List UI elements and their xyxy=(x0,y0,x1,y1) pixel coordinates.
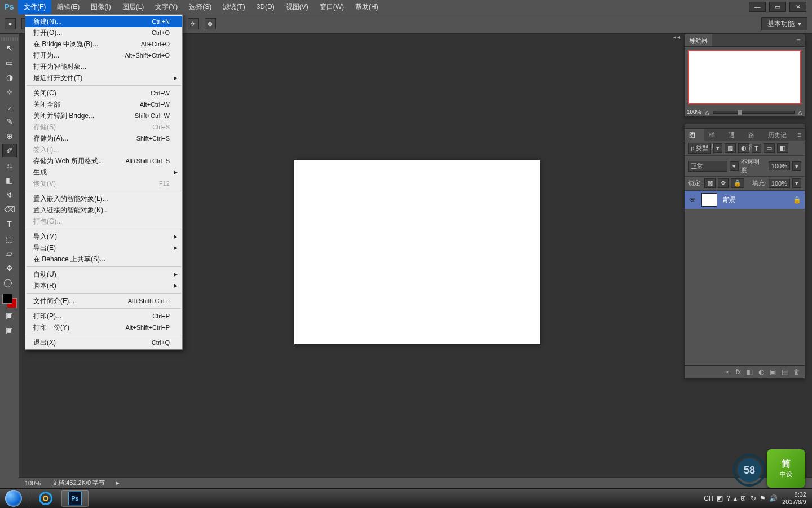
airbrush-icon[interactable]: ✈ xyxy=(188,18,199,29)
menu-滤镜(T)[interactable]: 滤镜(T) xyxy=(217,0,250,14)
file-menu-打印一份(Y)[interactable]: 打印一份(Y)Alt+Shift+Ctrl+P xyxy=(25,322,182,333)
tray-ime-label[interactable]: CH xyxy=(704,494,713,502)
visibility-eye-icon[interactable]: 👁 xyxy=(688,195,697,204)
foreground-color-swatch[interactable] xyxy=(2,294,12,304)
file-menu-存储为 Web 所用格式...[interactable]: 存储为 Web 所用格式...Alt+Shift+Ctrl+S xyxy=(25,155,182,167)
tab-样式[interactable]: 样式 xyxy=(704,129,724,141)
taskbar-app-photoshop[interactable]: Ps xyxy=(61,490,89,507)
file-menu-打开为...[interactable]: 打开为...Alt+Shift+Ctrl+O xyxy=(25,50,182,61)
tool-14[interactable]: ▱ xyxy=(2,247,17,260)
file-menu-导出(E)[interactable]: 导出(E)▶ xyxy=(25,242,182,253)
tool-15[interactable]: ✥ xyxy=(2,261,17,275)
filter-type-icon[interactable]: T xyxy=(752,144,761,153)
tab-navigator[interactable]: 导航器 xyxy=(685,34,712,46)
doc-size-readout[interactable]: 文档:452.2K/0 字节 xyxy=(52,479,105,487)
tab-路径[interactable]: 路径 xyxy=(744,129,764,141)
document-canvas[interactable] xyxy=(294,160,540,344)
menu-文件(F)[interactable]: 文件(F) xyxy=(18,0,51,14)
tool-13[interactable]: ⬚ xyxy=(2,232,17,246)
tray-chevron-up-icon[interactable]: ▴ xyxy=(734,494,737,502)
tool-1[interactable]: ▭ xyxy=(2,56,17,69)
delete-layer-icon[interactable]: 🗑 xyxy=(793,368,800,376)
layer-opacity-value[interactable]: 100% xyxy=(769,161,790,170)
menu-窗口(W)[interactable]: 窗口(W) xyxy=(314,0,350,14)
panel-menu-icon[interactable]: ≡ xyxy=(792,34,805,46)
file-menu-脚本(R)[interactable]: 脚本(R)▶ xyxy=(25,280,182,291)
menu-选择(S)[interactable]: 选择(S) xyxy=(183,0,217,14)
toolbar-grip[interactable] xyxy=(1,37,18,41)
window-close-button[interactable]: ✕ xyxy=(789,2,806,12)
adjustment-layer-icon[interactable]: ◐ xyxy=(758,368,764,376)
filter-pixel-icon[interactable]: ▩ xyxy=(725,143,736,153)
lock-position-icon[interactable]: ✥ xyxy=(718,178,729,188)
blend-dropdown-icon[interactable]: ▾ xyxy=(730,161,739,171)
tool-7[interactable]: ✐ xyxy=(2,144,17,157)
file-menu-置入嵌入的智能对象(L)...[interactable]: 置入嵌入的智能对象(L)... xyxy=(25,193,182,204)
file-menu-最近打开文件(T)[interactable]: 最近打开文件(T)▶ xyxy=(25,72,182,84)
tool-4[interactable]: ₂ xyxy=(2,100,17,113)
file-menu-关闭全部[interactable]: 关闭全部Alt+Ctrl+W xyxy=(25,99,182,110)
file-menu-生成[interactable]: 生成▶ xyxy=(25,167,182,178)
tool-6[interactable]: ⊕ xyxy=(2,129,17,143)
navigator-thumbnail[interactable] xyxy=(688,50,801,104)
layer-row-background[interactable]: 👁 背景 🔒 xyxy=(685,190,805,209)
menu-帮助(H)[interactable]: 帮助(H) xyxy=(350,0,384,14)
zoom-out-icon[interactable]: △ xyxy=(705,109,709,115)
tab-历史记录[interactable]: 历史记录 xyxy=(764,129,794,141)
taskbar-clock[interactable]: 8:32 2017/6/9 xyxy=(782,491,806,506)
screenmode-icon[interactable]: ▣ xyxy=(2,323,17,337)
layer-name-label[interactable]: 背景 xyxy=(722,195,735,205)
file-menu-自动(U)[interactable]: 自动(U)▶ xyxy=(25,269,182,280)
tool-5[interactable]: ✎ xyxy=(2,115,17,128)
lock-all-icon[interactable]: 🔒 xyxy=(731,178,744,188)
layer-opacity-dropdown-icon[interactable]: ▾ xyxy=(792,161,801,171)
tool-11[interactable]: ⌫ xyxy=(2,203,17,216)
tool-3[interactable]: ✧ xyxy=(2,85,17,99)
file-menu-存储为(A)...[interactable]: 存储为(A)...Shift+Ctrl+S xyxy=(25,133,182,144)
group-icon[interactable]: ▣ xyxy=(770,368,776,376)
layer-thumbnail[interactable] xyxy=(701,193,717,207)
file-menu-在 Bridge 中浏览(B)...[interactable]: 在 Bridge 中浏览(B)...Alt+Ctrl+O xyxy=(25,38,182,50)
tool-10[interactable]: ↯ xyxy=(2,188,17,202)
filter-adjust-icon[interactable]: ◐ xyxy=(738,143,749,153)
tray-shield-icon[interactable]: ⛨ xyxy=(740,494,747,502)
quickmask-icon[interactable]: ▣ xyxy=(2,309,17,322)
file-menu-打开为智能对象...[interactable]: 打开为智能对象... xyxy=(25,61,182,72)
menu-文字(Y)[interactable]: 文字(Y) xyxy=(149,0,183,14)
file-menu-导入(M)[interactable]: 导入(M)▶ xyxy=(25,231,182,242)
menu-视图(V)[interactable]: 视图(V) xyxy=(280,0,314,14)
color-swatch[interactable] xyxy=(2,294,17,308)
tool-0[interactable]: ↖ xyxy=(2,41,17,55)
new-layer-icon[interactable]: ▤ xyxy=(782,368,788,376)
tray-icon-1[interactable]: ◩ xyxy=(717,494,723,502)
fill-dropdown-icon[interactable]: ▾ xyxy=(792,178,801,188)
file-menu-打印(P)...[interactable]: 打印(P)...Ctrl+P xyxy=(25,310,182,322)
brush-preset-icon[interactable]: ● xyxy=(5,18,16,29)
link-layers-icon[interactable]: ⚭ xyxy=(725,368,730,376)
filter-dropdown-icon[interactable]: ▾ xyxy=(713,143,722,153)
taskbar-app-ie[interactable] xyxy=(32,490,59,507)
zoom-readout[interactable]: 100% xyxy=(25,480,41,487)
workspace-switcher[interactable]: 基本功能 ▾ xyxy=(761,17,807,30)
filter-smart-icon[interactable]: ◧ xyxy=(777,143,788,153)
file-menu-新建(N)...[interactable]: 新建(N)...Ctrl+N xyxy=(25,16,182,27)
fill-value[interactable]: 100% xyxy=(769,179,790,188)
menu-图像(I)[interactable]: 图像(I) xyxy=(85,0,116,14)
zoom-in-icon[interactable]: △ xyxy=(798,109,802,115)
blend-mode-select[interactable]: 正常 xyxy=(688,161,727,172)
tray-volume-icon[interactable]: 🔊 xyxy=(769,494,778,502)
menu-编辑(E)[interactable]: 编辑(E) xyxy=(51,0,85,14)
tray-icon-2[interactable]: ? xyxy=(726,494,730,502)
tool-8[interactable]: ⎌ xyxy=(2,159,17,172)
window-maximize-button[interactable]: ▭ xyxy=(769,2,786,12)
file-menu-关闭(C)[interactable]: 关闭(C)Ctrl+W xyxy=(25,87,182,99)
file-menu-文件简介(F)...[interactable]: 文件简介(F)...Alt+Shift+Ctrl+I xyxy=(25,295,182,306)
menu-图层(L)[interactable]: 图层(L) xyxy=(117,0,150,14)
tab-通道[interactable]: 通道 xyxy=(724,129,744,141)
lock-pixels-icon[interactable]: ▩ xyxy=(704,178,716,188)
corner-app-widget[interactable]: 简 中设 xyxy=(767,449,805,488)
filter-shape-icon[interactable]: ▭ xyxy=(764,143,775,153)
layers-panel-menu-icon[interactable]: ≡ xyxy=(794,129,805,141)
start-button[interactable] xyxy=(0,489,27,509)
tray-flag-icon[interactable]: ⚑ xyxy=(760,494,766,502)
